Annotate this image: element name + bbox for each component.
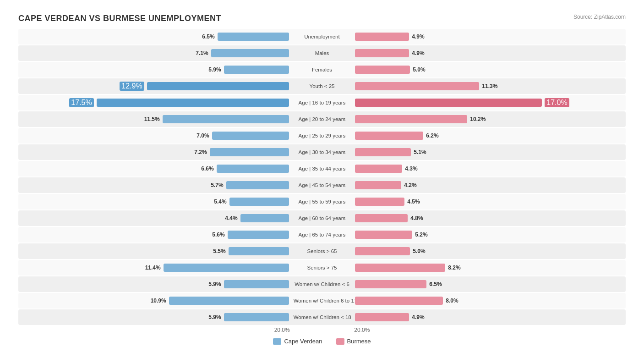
right-value: 17.0% [545, 98, 569, 107]
right-bar [355, 148, 411, 156]
right-bar-container: 5.1% [352, 148, 626, 156]
right-bar-container: 8.0% [352, 297, 626, 305]
right-bar-container: 5.0% [352, 247, 626, 255]
legend-item-left: Cape Verdean [273, 338, 322, 345]
right-bar [355, 82, 479, 90]
left-bar-container: 5.5% [18, 247, 292, 255]
row-label: Seniors > 75 [292, 265, 353, 270]
right-bar [355, 297, 443, 305]
axis-left: 20.0% [18, 327, 292, 333]
right-bar [355, 198, 404, 206]
right-value: 8.2% [448, 264, 460, 271]
row-label: Males [292, 50, 353, 56]
left-value: 17.5% [69, 98, 93, 107]
chart-row: 5.4% Age | 55 to 59 years 4.5% [18, 194, 626, 209]
right-bar-container: 6.2% [352, 132, 626, 140]
right-value: 10.2% [470, 116, 486, 122]
chart-row: 5.6% Age | 65 to 74 years 5.2% [18, 227, 626, 242]
left-value: 10.9% [151, 297, 166, 304]
chart-row: 5.9% Women w/ Children < 18 4.9% [18, 309, 626, 325]
left-bar-container: 11.5% [18, 115, 292, 123]
right-bar [355, 247, 410, 255]
chart-body: 6.5% Unemployment 4.9% 7.1% Males 4.9% 5… [18, 29, 626, 325]
left-value: 11.5% [144, 116, 160, 122]
axis-right: 20.0% [352, 327, 626, 333]
right-value: 6.2% [426, 132, 438, 139]
left-bar-container: 6.6% [18, 165, 292, 173]
row-label: Age | 55 to 59 years [292, 199, 353, 204]
row-label: Women w/ Children < 6 [292, 281, 353, 287]
left-value: 5.4% [214, 198, 226, 205]
left-bar-container: 5.6% [18, 231, 292, 239]
left-bar-container: 5.9% [18, 313, 292, 321]
right-bar [355, 49, 409, 57]
right-value: 4.5% [407, 198, 420, 205]
right-bar-container: 17.0% [352, 98, 626, 107]
right-value: 8.0% [446, 297, 458, 304]
right-bar [355, 231, 412, 239]
row-label: Age | 30 to 34 years [292, 149, 353, 155]
left-bar-container: 5.9% [18, 66, 292, 74]
left-bar [163, 115, 289, 123]
chart-row: 4.4% Age | 60 to 64 years 4.8% [18, 210, 626, 226]
right-bar [355, 66, 410, 74]
right-bar [355, 132, 423, 140]
left-bar-container: 10.9% [18, 297, 292, 305]
row-label: Age | 16 to 19 years [292, 100, 353, 105]
left-bar [147, 82, 289, 90]
row-label: Age | 60 to 64 years [292, 215, 353, 221]
chart-row: 7.2% Age | 30 to 34 years 5.1% [18, 144, 626, 160]
chart-container: CAPE VERDEAN VS BURMESE UNEMPLOYMENT Sou… [9, 9, 635, 347]
right-bar [355, 214, 408, 222]
left-bar [229, 247, 289, 255]
left-bar [217, 165, 289, 173]
left-bar [226, 181, 289, 189]
left-bar [210, 148, 289, 156]
right-value: 5.1% [414, 149, 426, 155]
left-value: 5.9% [208, 314, 221, 320]
row-label: Age | 45 to 54 years [292, 182, 353, 188]
left-value: 5.9% [208, 281, 221, 287]
row-label: Age | 35 to 44 years [292, 166, 353, 171]
chart-row: 17.5% Age | 16 to 19 years 17.0% [18, 95, 626, 110]
left-bar-container: 5.9% [18, 280, 292, 288]
left-value: 5.6% [212, 231, 224, 238]
left-bar-container: 7.2% [18, 148, 292, 156]
left-bar [240, 214, 289, 222]
right-bar-container: 5.0% [352, 66, 626, 74]
left-bar [218, 33, 289, 41]
row-label: Seniors > 65 [292, 248, 353, 254]
left-bar-container: 7.1% [18, 49, 292, 57]
right-value: 6.5% [429, 281, 442, 287]
chart-row: 5.9% Females 5.0% [18, 62, 626, 77]
legend: Cape Verdean Burmese [18, 338, 626, 345]
left-value: 6.6% [201, 165, 213, 172]
left-bar-container: 12.9% [18, 82, 292, 91]
left-bar [169, 297, 289, 305]
left-bar [211, 49, 289, 57]
left-value: 7.1% [196, 50, 208, 56]
right-bar [355, 181, 401, 189]
left-value: 5.5% [213, 248, 225, 254]
legend-label-left: Cape Verdean [284, 338, 322, 345]
right-bar-container: 4.8% [352, 214, 626, 222]
right-value: 5.2% [415, 231, 427, 238]
right-bar-container: 4.2% [352, 181, 626, 189]
left-bar-container: 17.5% [18, 98, 292, 107]
row-label: Unemployment [292, 34, 353, 39]
right-bar-container: 4.9% [352, 49, 626, 57]
right-bar [355, 115, 467, 123]
left-bar-container: 6.5% [18, 33, 292, 41]
right-value: 5.0% [413, 248, 425, 254]
chart-header: CAPE VERDEAN VS BURMESE UNEMPLOYMENT Sou… [18, 14, 626, 23]
right-value: 4.8% [410, 215, 423, 221]
left-value: 5.7% [211, 182, 223, 188]
left-bar [224, 280, 289, 288]
chart-row: 11.5% Age | 20 to 24 years 10.2% [18, 111, 626, 127]
right-bar-container: 5.2% [352, 231, 626, 239]
chart-row: 12.9% Youth < 25 11.3% [18, 78, 626, 94]
right-bar-container: 4.5% [352, 198, 626, 206]
left-bar-container: 7.0% [18, 132, 292, 140]
right-bar-container: 8.2% [352, 264, 626, 272]
right-bar-container: 4.3% [352, 165, 626, 173]
